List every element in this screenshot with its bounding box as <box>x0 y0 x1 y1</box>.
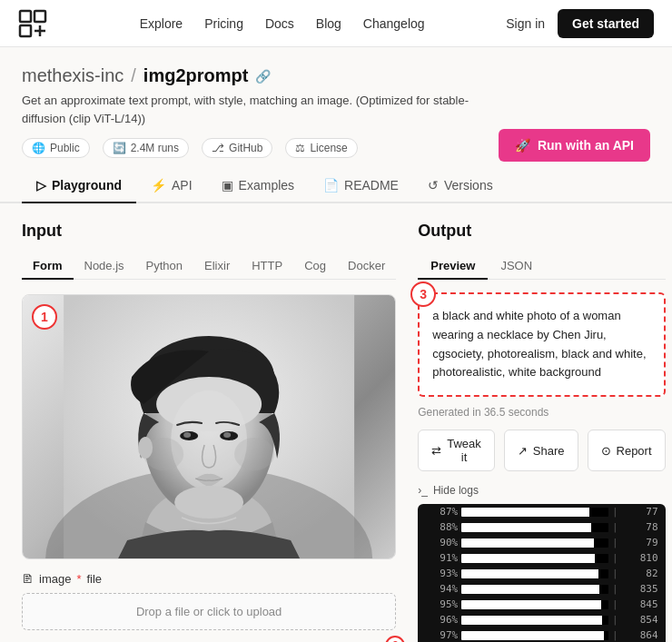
code-tab-nodejs[interactable]: Node.js <box>74 253 135 280</box>
report-label: Report <box>617 444 652 458</box>
log-value: 82 <box>622 568 658 579</box>
output-text: a black and white photo of a woman weari… <box>432 309 646 379</box>
file-upload-zone[interactable]: Drop a file or click to upload <box>22 593 396 630</box>
output-tab-json[interactable]: JSON <box>488 253 545 280</box>
title-slash: / <box>131 65 136 86</box>
examples-icon: ▣ <box>222 178 233 193</box>
nav-explore[interactable]: Explore <box>140 16 183 31</box>
log-percent: 87% <box>425 506 458 518</box>
readme-icon: 📄 <box>323 178 339 193</box>
file-icon: 🖹 <box>22 572 34 586</box>
log-bar-fill <box>461 523 590 532</box>
hide-logs-toggle[interactable]: ›_ Hide logs <box>418 484 665 497</box>
license-icon: ⚖ <box>295 142 305 154</box>
svg-point-18 <box>138 437 153 459</box>
step2-badge: 2 <box>385 636 405 642</box>
log-percent: 96% <box>425 614 458 626</box>
logo[interactable] <box>18 9 47 38</box>
page-header: methexis-inc / img2prompt 🔗 Get an appro… <box>0 47 672 169</box>
output-tabs: Preview JSON <box>418 253 665 280</box>
nav-pricing[interactable]: Pricing <box>204 16 243 31</box>
log-percent: 95% <box>425 598 458 610</box>
code-tab-elixir[interactable]: Elixir <box>193 253 241 280</box>
tab-examples[interactable]: ▣ Examples <box>207 169 309 203</box>
label-text: image <box>39 572 71 586</box>
step3-badge: 3 <box>410 281 436 307</box>
tab-versions[interactable]: ↺ Versions <box>413 169 508 203</box>
signin-link[interactable]: Sign in <box>506 16 545 31</box>
log-percent: 94% <box>425 583 458 595</box>
portrait-image <box>23 295 395 558</box>
log-value: 854 <box>622 614 658 626</box>
step1-badge: 1 <box>32 304 57 330</box>
tweak-button[interactable]: ⇄ Tweak it <box>418 430 495 471</box>
log-row: 97%|864 <box>418 627 665 642</box>
log-bar-fill <box>461 569 598 578</box>
log-row: 88%|78 <box>418 519 665 535</box>
nav-blog[interactable]: Blog <box>316 16 341 31</box>
license-label: License <box>310 142 347 154</box>
tweak-icon: ⇄ <box>431 444 441 458</box>
svg-rect-2 <box>35 11 45 22</box>
file-type-label: file <box>86 572 102 586</box>
play-icon: ▷ <box>36 178 46 193</box>
code-tab-python[interactable]: Python <box>135 253 193 280</box>
repo-owner[interactable]: methexis-inc <box>22 65 124 86</box>
share-button[interactable]: ↗ Share <box>504 430 578 471</box>
input-title: Input <box>22 222 396 241</box>
log-row: 90%|79 <box>418 535 665 550</box>
output-tab-preview[interactable]: Preview <box>418 253 488 280</box>
svg-point-14 <box>183 432 191 438</box>
image-preview <box>23 295 395 558</box>
public-label: Public <box>50 142 80 154</box>
tweak-label: Tweak it <box>447 437 481 464</box>
code-tabs: Form Node.js Python Elixir HTTP Cog Dock… <box>22 253 396 280</box>
generation-time: Generated in 36.5 seconds <box>418 406 665 419</box>
log-value: 845 <box>622 598 658 610</box>
log-value: 835 <box>622 583 658 595</box>
input-panel: Input Form Node.js Python Elixir HTTP Co… <box>22 222 418 642</box>
code-tab-http[interactable]: HTTP <box>241 253 293 280</box>
log-row: 93%|82 <box>418 566 665 581</box>
report-button[interactable]: ⊙ Report <box>588 430 666 471</box>
code-tab-form[interactable]: Form <box>22 253 74 280</box>
log-row: 87%|77 <box>418 504 665 519</box>
nav-actions: Sign in Get started <box>506 9 654 38</box>
get-started-button[interactable]: Get started <box>558 9 654 38</box>
output-panel: Output Preview JSON 3 a black and white … <box>418 222 665 642</box>
svg-point-19 <box>174 486 243 519</box>
share-icon: ↗ <box>518 444 528 458</box>
repo-name[interactable]: img2prompt <box>143 65 249 86</box>
nav-docs[interactable]: Docs <box>265 16 294 31</box>
refresh-icon: 🔄 <box>113 142 126 154</box>
log-bar-fill <box>461 616 602 625</box>
log-percent: 90% <box>425 537 458 548</box>
log-row: 91%|810 <box>418 550 665 566</box>
license-badge[interactable]: ⚖ License <box>285 138 357 158</box>
external-link-icon[interactable]: 🔗 <box>255 69 271 84</box>
log-percent: 91% <box>425 552 458 564</box>
log-bar-fill <box>461 600 601 609</box>
versions-icon: ↺ <box>428 178 439 193</box>
tab-readme[interactable]: 📄 README <box>309 169 413 203</box>
log-bar-track <box>461 538 608 548</box>
tab-playground[interactable]: ▷ Playground <box>22 169 136 203</box>
log-bar-track <box>461 523 608 532</box>
nav-links: Explore Pricing Docs Blog Changelog <box>84 16 480 31</box>
log-value: 79 <box>622 537 658 548</box>
main-content: Input Form Node.js Python Elixir HTTP Co… <box>0 203 672 642</box>
github-icon: ⎇ <box>212 142 224 154</box>
log-bar-track <box>461 508 608 517</box>
code-tab-docker[interactable]: Docker <box>337 253 396 280</box>
run-api-button[interactable]: 🚀 Run with an API <box>499 129 650 162</box>
github-badge[interactable]: ⎇ GitHub <box>202 138 272 158</box>
log-row: 96%|854 <box>418 612 665 627</box>
required-marker: * <box>76 572 81 586</box>
svg-point-15 <box>223 432 231 438</box>
log-bar-track <box>461 600 608 609</box>
code-tab-cog[interactable]: Cog <box>293 253 337 280</box>
tab-api[interactable]: ⚡ API <box>136 169 207 203</box>
log-bar-fill <box>461 538 594 548</box>
nav-changelog[interactable]: Changelog <box>363 16 425 31</box>
log-value: 78 <box>622 521 658 533</box>
